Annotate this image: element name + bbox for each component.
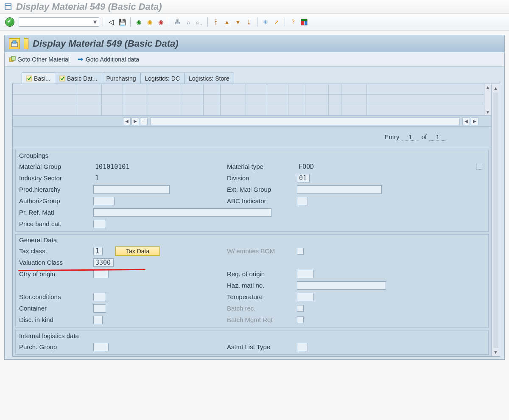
groupings-section: Groupings Material Group 101010101 Mater… — [15, 150, 489, 232]
abc-indicator-label: ABC Indicator — [227, 197, 297, 204]
scroll-up-icon[interactable]: ▲ — [493, 86, 498, 91]
tab-check-icon — [59, 76, 65, 81]
prod-hierarchy-label: Prod.hierarchy — [19, 186, 93, 193]
material-type-label: Material type — [227, 163, 297, 170]
grid-scroll-right-icon[interactable]: ▶ — [131, 118, 139, 125]
exit-icon[interactable]: ◉ — [145, 17, 154, 27]
screen-title: Display Material 549 (Basic Data) — [33, 38, 179, 49]
tax-data-button[interactable]: Tax Data — [115, 246, 160, 256]
batch-mgmt-checkbox[interactable] — [297, 316, 304, 323]
haz-matl-no-field[interactable] — [297, 281, 386, 290]
tax-class-field[interactable]: 1 — [93, 247, 103, 255]
batch-rec-checkbox[interactable] — [297, 305, 304, 312]
goto-other-material-button[interactable]: Goto Other Material — [9, 56, 70, 63]
scroll-down-icon[interactable]: ▼ — [493, 350, 498, 355]
entry-label: Entry — [384, 133, 399, 140]
window-menu-icon[interactable] — [4, 3, 13, 11]
ext-matl-group-label: Ext. Matl Group — [227, 186, 297, 193]
abc-indicator-field[interactable] — [297, 197, 308, 205]
astmt-list-type-label: Astmt List Type — [227, 343, 297, 350]
enter-button[interactable] — [5, 17, 14, 27]
prev-page-icon[interactable]: ▲ — [222, 17, 232, 27]
container-label: Container — [19, 305, 93, 312]
grid-scroll-left2-icon[interactable]: ◀ — [462, 118, 470, 125]
valuation-class-field[interactable]: 3300 — [93, 258, 114, 267]
price-band-cat-label: Price band cat. — [19, 220, 93, 227]
table-grid[interactable]: ▲▼ — [13, 84, 491, 116]
tab-logistics-dc[interactable]: Logistics: DC — [140, 73, 185, 84]
grid-scroll-left-icon[interactable]: ◀ — [123, 118, 131, 125]
back-green-icon[interactable]: ◉ — [134, 17, 143, 27]
tab-purchasing[interactable]: Purchasing — [102, 73, 141, 84]
back-icon[interactable]: ◁ — [106, 17, 116, 27]
temperature-field[interactable] — [297, 293, 314, 301]
create-session-icon[interactable]: ✳ — [261, 17, 270, 27]
find-icon[interactable]: ⌕ — [184, 17, 193, 27]
container-field[interactable] — [93, 304, 106, 313]
scroll-track[interactable] — [493, 92, 498, 348]
authoriz-group-field[interactable] — [93, 197, 115, 205]
division-field[interactable]: 01 — [297, 174, 310, 182]
w-empties-bom-checkbox[interactable] — [297, 248, 304, 255]
find-next-icon[interactable]: ⌕₊ — [195, 17, 204, 27]
pr-ref-matl-field[interactable] — [93, 208, 271, 217]
tab-logistics-store[interactable]: Logistics: Store — [184, 73, 234, 84]
internal-logistics-title: Internal logistics data — [16, 330, 488, 341]
entry-counter: Entry 1 of 1 — [13, 127, 491, 147]
entry-of-label: of — [421, 133, 427, 140]
goto-additional-data-label: Goto Additional data — [86, 56, 139, 63]
info-icon[interactable] — [476, 164, 482, 170]
first-page-icon[interactable]: ⭱ — [211, 17, 221, 27]
w-empties-bom-label: W/ empties BOM — [227, 247, 297, 255]
grid-scroll-right2-icon[interactable]: ▶ — [471, 118, 478, 125]
goto-additional-data-button[interactable]: ➡ Goto Additional data — [77, 56, 139, 63]
grid-scroll-settings-icon[interactable]: ⋯ — [140, 118, 148, 125]
stor-conditions-field[interactable] — [93, 293, 106, 301]
tab-basic-2[interactable]: Basic Dat... — [55, 73, 102, 84]
svg-rect-3 — [301, 19, 307, 21]
ext-matl-group-field[interactable] — [297, 185, 382, 194]
window-title-bar: Display Material 549 (Basic Data) — [0, 0, 509, 14]
svg-rect-9 — [11, 56, 15, 60]
save-icon[interactable]: 💾 — [117, 17, 127, 27]
shortcut-icon[interactable]: ↗ — [272, 17, 281, 27]
authoriz-group-label: AuthorizGroup — [19, 197, 93, 204]
disc-in-kind-field[interactable] — [93, 316, 103, 324]
svg-rect-7 — [13, 41, 16, 43]
layout-icon[interactable] — [299, 17, 309, 27]
astmt-list-type-field[interactable] — [297, 343, 308, 351]
material-group-value: 101010101 — [93, 162, 144, 171]
help-icon[interactable]: ？ — [288, 17, 298, 27]
tab-basic-1[interactable]: Basi... — [22, 73, 55, 84]
header-corner-icon — [24, 38, 28, 49]
division-label: Division — [227, 174, 297, 182]
price-band-cat-field[interactable] — [93, 220, 106, 228]
purch-group-field[interactable] — [93, 343, 109, 351]
window-title: Display Material 549 (Basic Data) — [16, 1, 162, 12]
prod-hierarchy-field[interactable] — [93, 185, 170, 194]
general-data-title: General Data — [16, 235, 488, 245]
tab-check-icon — [26, 76, 32, 81]
ctry-origin-field[interactable] — [93, 270, 109, 278]
svg-rect-0 — [5, 4, 11, 10]
content-area: Display Material 549 (Basic Data) Goto O… — [4, 35, 505, 360]
last-page-icon[interactable]: ⭳ — [244, 17, 254, 27]
print-icon[interactable]: 🖶 — [173, 17, 182, 27]
ctry-origin-label: Ctry of origin — [19, 270, 93, 277]
entry-total: 1 — [429, 133, 446, 141]
dropdown-icon[interactable]: ▾ — [91, 18, 99, 26]
screen-header: Display Material 549 (Basic Data) — [5, 35, 504, 52]
svg-rect-5 — [305, 21, 307, 25]
cancel-icon[interactable]: ◉ — [156, 17, 165, 27]
internal-logistics-section: Internal logistics data Purch. Group Ast… — [15, 330, 489, 355]
content-vscroll[interactable]: ▲ ▼ — [491, 84, 500, 356]
other-material-icon — [9, 56, 16, 63]
next-page-icon[interactable]: ▼ — [233, 17, 243, 27]
reg-origin-field[interactable] — [297, 270, 314, 278]
application-toolbar: Goto Other Material ➡ Goto Additional da… — [5, 52, 504, 67]
general-data-section: General Data Tax class. 1 Tax Data W/ em… — [15, 234, 489, 328]
grid-hscroll-track[interactable] — [150, 118, 460, 125]
command-field[interactable]: ▾ — [19, 17, 99, 27]
tab-label: Basi... — [34, 75, 50, 82]
grid-vscroll[interactable]: ▲▼ — [484, 84, 491, 115]
